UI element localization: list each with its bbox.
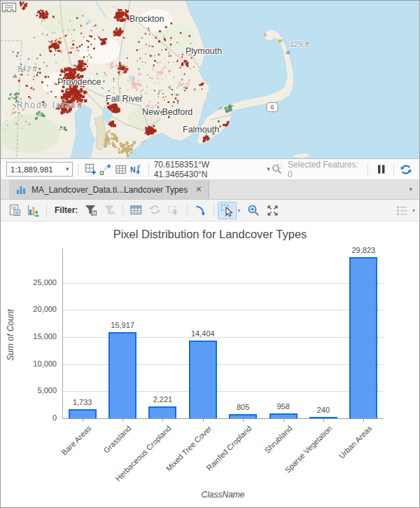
y-tick-label: 25,000	[8, 278, 57, 287]
x-tick	[363, 419, 364, 422]
zoom-in-button[interactable]	[244, 202, 263, 219]
divider	[368, 163, 368, 176]
export-chart-button[interactable]	[191, 202, 210, 219]
chart-list-button[interactable]	[393, 202, 412, 219]
filter-by-extent-button[interactable]	[100, 202, 119, 219]
graticule-icon[interactable]	[113, 162, 128, 177]
divider	[393, 163, 394, 176]
svg-text:N: N	[130, 165, 136, 173]
tab-list-chevron-icon[interactable]: ▾	[409, 186, 412, 193]
x-tick	[243, 419, 244, 422]
category-label: Mixed Tree Cover	[143, 424, 213, 494]
coordinates-readout: 70.6158351°W 41.3465430°N	[154, 160, 262, 179]
bar-value-label: 14,404	[174, 329, 232, 338]
gridline	[62, 310, 384, 310]
tab-landcover-chart[interactable]: MA_Landcover_Data.ti...Landcover Types ✕	[9, 180, 209, 199]
category-label: Sparse Vegetation	[263, 424, 333, 494]
bar-shrubland[interactable]	[270, 413, 298, 418]
sync-extent-button[interactable]	[146, 202, 164, 219]
divider	[148, 163, 149, 176]
scale-dropdown[interactable]: 1:1,889,981 ▾	[6, 162, 73, 177]
route-6-shield: 6	[267, 102, 279, 112]
x-tick	[162, 419, 163, 422]
north-arrow-icon[interactable]: N	[128, 162, 143, 177]
category-label: Urban Areas	[303, 424, 373, 494]
category-label: Bare Areas	[22, 424, 92, 494]
full-extent-button[interactable]	[263, 202, 282, 219]
bar-herbaceous-cropland[interactable]	[148, 406, 176, 418]
map-notification-icon[interactable]	[1, 1, 18, 14]
divider	[214, 203, 214, 217]
landcover-map[interactable]	[1, 1, 419, 158]
category-label: Grassland	[62, 424, 132, 494]
divider	[187, 203, 188, 217]
x-tick	[284, 419, 284, 422]
select-rectangle-button[interactable]	[164, 202, 183, 219]
map-status-bar: 1:1,889,981 ▾	[1, 158, 419, 180]
chart-tab-icon	[16, 185, 27, 195]
x-axis-line	[62, 418, 384, 419]
y-tick-label: 15,000	[8, 332, 57, 341]
y-tick-label: 20,000	[8, 305, 57, 313]
pause-drawing-icon[interactable]	[373, 162, 388, 177]
tab-label: MA_Landcover_Data.ti...Landcover Types	[31, 185, 188, 195]
bar-rainfed-cropland[interactable]	[229, 414, 257, 418]
bar-value-label: 240	[294, 406, 353, 414]
chart-list-chevron-icon[interactable]: ▾	[412, 207, 415, 214]
bar-urban-areas[interactable]	[349, 257, 377, 419]
chart-title: Pixel Distribution for Landcover Types	[1, 228, 419, 241]
y-tick-label: 0	[8, 413, 57, 422]
refresh-icon[interactable]	[399, 162, 414, 177]
category-label: Rainfed Cropland	[183, 424, 253, 494]
close-tab-icon[interactable]: ✕	[195, 185, 202, 194]
x-tick	[122, 419, 123, 422]
x-axis-title: ClassName	[195, 490, 251, 500]
y-axis-line	[62, 248, 63, 418]
filter-by-selection-button[interactable]	[81, 202, 100, 219]
bar-value-label: 1,733	[53, 398, 112, 406]
selected-features-count: Selected Features: 0	[288, 160, 363, 179]
bar-mixed-tree-cover[interactable]	[189, 341, 217, 418]
show-table-button[interactable]	[127, 202, 146, 219]
zoom-selection-icon[interactable]	[270, 162, 285, 177]
pointer-tool-chevron-icon[interactable]: ▾	[237, 207, 240, 214]
arcgis-window: BrocktonPlymouthProvidenceFall RiverNew …	[0, 0, 420, 508]
view-tab-bar: MA_Landcover_Data.ti...Landcover Types ✕…	[1, 180, 419, 200]
bar-value-label: 15,917	[93, 321, 152, 329]
divider	[46, 203, 47, 217]
bar-value-label: 29,823	[334, 246, 393, 254]
chart-toolbar: Filter:	[1, 200, 419, 221]
x-tick	[203, 419, 204, 422]
category-label: Herbaceous Cropland	[102, 424, 172, 494]
chart-properties-button[interactable]	[5, 202, 24, 219]
pointer-select-tool[interactable]	[218, 202, 237, 219]
gridline	[62, 283, 384, 284]
bar-chart-panel: Pixel Distribution for Landcover Types S…	[1, 221, 419, 507]
filter-label: Filter:	[55, 205, 78, 215]
map-view[interactable]: BrocktonPlymouthProvidenceFall RiverNew …	[1, 1, 419, 158]
divider	[78, 163, 78, 176]
divider	[122, 203, 123, 217]
bar-sparse-vegetation[interactable]	[309, 417, 337, 418]
edit-vertices-icon[interactable]	[99, 162, 113, 177]
bar-grassland[interactable]	[108, 332, 136, 418]
change-chart-type-button[interactable]	[24, 202, 43, 219]
chevron-down-icon[interactable]: ▾	[66, 166, 69, 172]
bar-value-label: 2,221	[133, 395, 192, 404]
y-tick-label: 5,000	[8, 386, 57, 394]
x-tick	[323, 419, 324, 422]
scale-value: 1:1,889,981	[10, 165, 53, 174]
grid-plus-icon[interactable]	[83, 162, 98, 177]
bar-bare-areas[interactable]	[69, 409, 97, 418]
y-tick-label: 10,000	[8, 359, 57, 368]
x-tick	[83, 419, 83, 422]
category-label: Shrubland	[223, 424, 293, 494]
